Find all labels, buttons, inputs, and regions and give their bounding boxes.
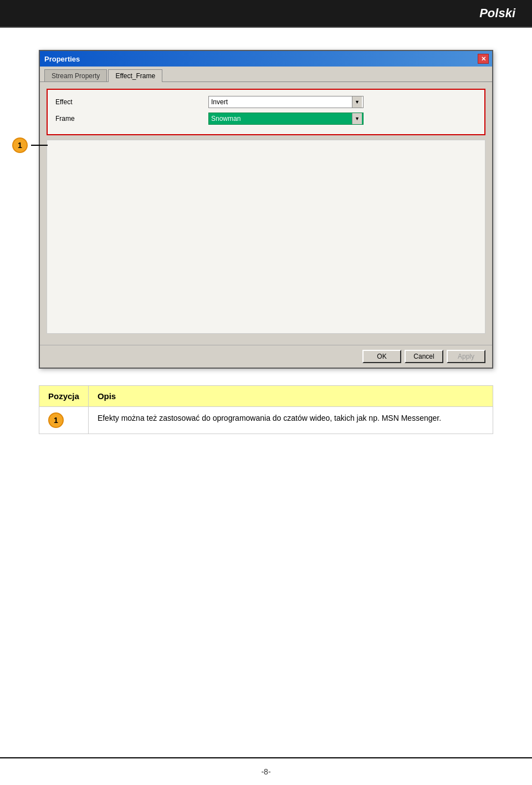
effect-label: Effect <box>53 98 208 106</box>
apply-button[interactable]: Apply <box>447 350 485 363</box>
ok-button[interactable]: OK <box>362 350 401 363</box>
main-content: 1 Properties ✕ Stream Property Effect_Fr… <box>0 28 532 456</box>
frame-label: Frame <box>53 115 208 123</box>
callout-number-1: 1 <box>12 137 28 153</box>
dialog-close-button[interactable]: ✕ <box>478 54 489 64</box>
marker-line <box>31 145 48 146</box>
tab-effect-frame[interactable]: Effect_Frame <box>108 69 162 82</box>
cancel-button[interactable]: Cancel <box>405 350 443 363</box>
dialog-wrapper: 1 Properties ✕ Stream Property Effect_Fr… <box>39 50 493 369</box>
header-opis: Opis <box>88 386 493 407</box>
frame-value: Snowman ▼ <box>208 113 479 125</box>
effect-row: Effect Invert ▼ <box>53 95 479 109</box>
frame-select-arrow: ▼ <box>352 113 362 124</box>
table-description-cell: Efekty można też zastosować do oprogramo… <box>88 407 493 434</box>
top-header: Polski <box>0 0 532 28</box>
info-table: Pozycja Opis 1 Efekty można też zastosow… <box>39 385 493 434</box>
effect-value: Invert ▼ <box>208 96 479 108</box>
properties-panel: Effect Invert ▼ Frame <box>47 89 485 135</box>
effect-select-arrow: ▼ <box>352 96 362 108</box>
dialog-content: Effect Invert ▼ Frame <box>40 82 492 345</box>
dialog-title: Properties <box>44 55 80 63</box>
effect-select[interactable]: Invert ▼ <box>208 96 364 108</box>
dialog-titlebar: Properties ✕ <box>40 51 492 67</box>
callout-marker-1: 1 <box>12 137 48 153</box>
frame-row: Frame Snowman ▼ <box>53 112 479 125</box>
dialog-tabs: Stream Property Effect_Frame <box>40 67 492 82</box>
properties-dialog: Properties ✕ Stream Property Effect_Fram… <box>39 50 493 369</box>
table-callout-cell: 1 <box>39 407 89 434</box>
table-callout-number: 1 <box>48 412 64 428</box>
frame-select[interactable]: Snowman ▼ <box>208 113 364 125</box>
dialog-buttons: OK Cancel Apply <box>40 345 492 368</box>
table-row: 1 Efekty można też zastosować do oprogra… <box>39 407 493 434</box>
page-number: -8- <box>261 767 270 776</box>
header-pozycja: Pozycja <box>39 386 89 407</box>
table-header-row: Pozycja Opis <box>39 386 493 407</box>
footer: -8- <box>0 757 532 785</box>
empty-space <box>47 140 485 334</box>
page-language-title: Polski <box>479 6 515 21</box>
tab-stream-property[interactable]: Stream Property <box>44 69 107 81</box>
